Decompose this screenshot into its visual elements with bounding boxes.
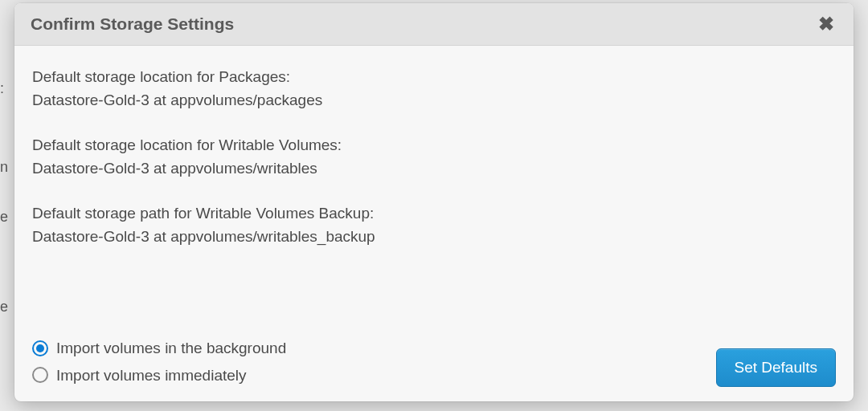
writables-value: Datastore-Gold-3 at appvolumes/writables	[32, 157, 836, 180]
backup-value: Datastore-Gold-3 at appvolumes/writables…	[32, 225, 836, 248]
packages-storage-block: Default storage location for Packages: D…	[32, 65, 836, 112]
import-background-radio[interactable]: Import volumes in the background	[32, 336, 286, 360]
radio-selected-icon	[32, 340, 48, 356]
import-background-label: Import volumes in the background	[56, 336, 286, 360]
modal-footer: Import volumes in the background Import …	[32, 320, 836, 387]
import-mode-radio-group: Import volumes in the background Import …	[32, 336, 286, 387]
writables-heading: Default storage location for Writable Vo…	[32, 133, 836, 157]
set-defaults-button[interactable]: Set Defaults	[716, 348, 837, 387]
import-immediately-radio[interactable]: Import volumes immediately	[32, 364, 286, 387]
backup-heading: Default storage path for Writable Volume…	[32, 201, 836, 225]
import-immediately-label: Import volumes immediately	[56, 364, 247, 387]
backup-storage-block: Default storage path for Writable Volume…	[32, 201, 836, 249]
modal-header: Confirm Storage Settings ✖	[14, 3, 854, 46]
writables-storage-block: Default storage location for Writable Vo…	[32, 133, 836, 181]
close-icon[interactable]: ✖	[815, 14, 837, 34]
packages-heading: Default storage location for Packages:	[32, 65, 836, 88]
confirm-storage-settings-modal: Confirm Storage Settings ✖ Default stora…	[14, 3, 854, 401]
radio-unselected-icon	[32, 367, 48, 383]
modal-title: Confirm Storage Settings	[31, 14, 234, 34]
packages-value: Datastore-Gold-3 at appvolumes/packages	[32, 88, 836, 112]
modal-body: Default storage location for Packages: D…	[14, 46, 854, 401]
